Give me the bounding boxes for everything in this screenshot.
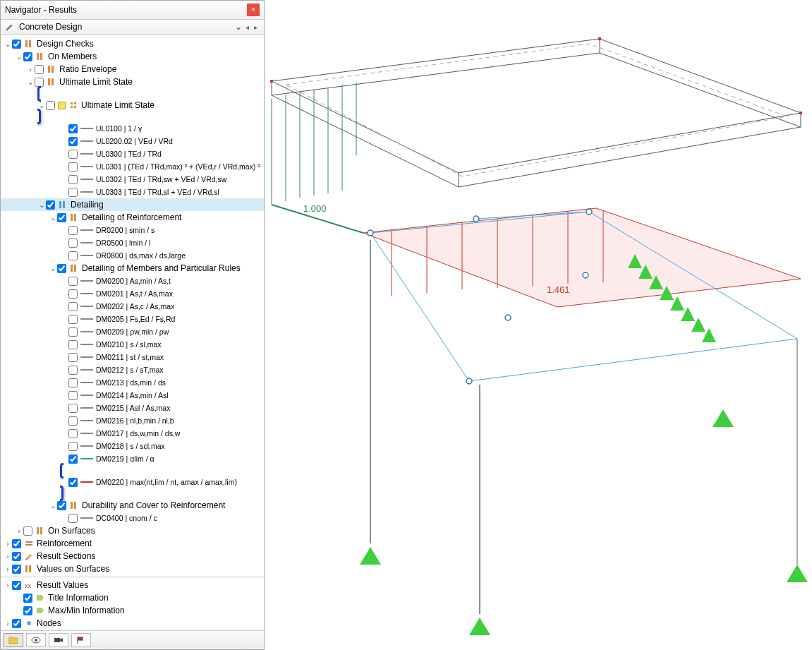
model-viewport[interactable]: 1.000 1.461 [265, 0, 812, 650]
checkbox[interactable] [68, 150, 78, 159]
toggle-icon[interactable]: ⌄ [26, 78, 35, 86]
node-detailing-members[interactable]: ⌄ Detailing of Members and Particular Ru… [1, 262, 264, 275]
window-title: Navigator - Results [5, 5, 77, 15]
toggle-icon[interactable]: › [26, 66, 35, 73]
node-dr0500[interactable]: DR0500 | lmin / l [1, 236, 264, 249]
checkbox[interactable] [68, 124, 78, 133]
checkbox[interactable] [23, 594, 32, 603]
node-on-members[interactable]: ⌄ On Members [1, 50, 264, 63]
code-icon [58, 200, 68, 210]
checkbox[interactable] [23, 52, 32, 61]
checkbox[interactable] [23, 606, 32, 615]
tb-folder-button[interactable] [4, 633, 23, 647]
nav-next[interactable]: ▸ [251, 23, 260, 31]
checkbox[interactable] [12, 565, 21, 574]
node-durability[interactable]: ⌄ Durability and Cover to Reinforcement [1, 499, 264, 512]
checkbox[interactable] [57, 213, 66, 222]
node-dc0400[interactable]: DC0400 | cnom / c [1, 512, 264, 524]
checkbox[interactable] [12, 581, 21, 590]
chevron-down-icon[interactable]: ⌄ [234, 22, 243, 32]
checkbox[interactable] [68, 188, 78, 197]
node-ul0301[interactable]: UL0301 | (TEd / TRd,max) ² + (VEd,r / VR… [1, 160, 264, 173]
svg-rect-3 [40, 53, 42, 60]
node-maxmin-info[interactable]: Max/Min Information [1, 604, 264, 617]
node-dm0209[interactable]: DM0209 | ρw,min / ρw [1, 325, 264, 338]
close-button[interactable]: × [247, 4, 260, 16]
toggle-icon[interactable]: › [15, 527, 23, 535]
node-dm0220[interactable]: DM0220 | max(nt,lim / nt, amax / amax,li… [60, 476, 264, 488]
toggle-icon[interactable]: ⌄ [49, 502, 57, 510]
checkbox[interactable] [12, 552, 21, 561]
tb-flag-button[interactable] [71, 633, 91, 647]
checkbox[interactable] [68, 162, 78, 171]
node-reinforcement[interactable]: › Reinforcement [1, 537, 264, 550]
toggle-icon[interactable]: › [4, 565, 12, 573]
node-dm0202[interactable]: DM0202 | As,c / As,max [1, 300, 264, 313]
toggle-icon[interactable]: ⌄ [4, 40, 12, 48]
node-dm0211[interactable]: DM0211 | st / st,max [1, 351, 264, 363]
label: Nodes [37, 618, 61, 628]
node-ul0300[interactable]: UL0300 | TEd / TRd [1, 148, 264, 160]
node-dm0216[interactable]: DM0216 | nl,b,min / nl,b [1, 414, 264, 427]
node-dm0215[interactable]: DM0215 | Asl / As,max [1, 402, 264, 414]
checkbox[interactable] [57, 501, 66, 510]
node-on-surfaces[interactable]: › On Surfaces [1, 524, 264, 537]
label: Title Information [48, 593, 109, 603]
node-dm0210[interactable]: DM0210 | s / sl,max [1, 338, 264, 351]
node-dr0200[interactable]: DR0200 | smin / s [1, 224, 264, 236]
checkbox[interactable] [12, 539, 21, 548]
node-ul0303[interactable]: UL0303 | TEd / TRd,sl + VEd / VRd,sl [1, 186, 264, 198]
node-result-values[interactable]: › xx Result Values [1, 579, 264, 591]
node-title-info[interactable]: Title Information [1, 591, 264, 604]
toggle-icon[interactable]: › [4, 582, 12, 589]
checkbox[interactable] [12, 619, 21, 628]
svg-text:xx: xx [25, 582, 32, 589]
checkbox[interactable] [23, 526, 32, 536]
toggle-icon[interactable]: › [4, 553, 12, 560]
node-dm0218[interactable]: DM0218 | s / scl,max [1, 440, 264, 452]
toggle-icon[interactable]: ⌄ [49, 214, 57, 222]
node-ul0200[interactable]: UL0200.02 | VEd / VRd [1, 135, 264, 148]
node-dm0205[interactable]: DM0205 | Fs,Ed / Fs,Rd [1, 313, 264, 325]
node-dm0200[interactable]: DM0200 | As,min / As,t [1, 275, 264, 287]
node-design-checks[interactable]: ⌄ Design Checks [1, 37, 264, 50]
node-result-sections[interactable]: › Result Sections [1, 550, 264, 562]
node-dm0217[interactable]: DM0217 | ds,w,min / ds,w [1, 427, 264, 440]
node-nodes[interactable]: › Nodes [1, 617, 264, 630]
svg-marker-72 [360, 547, 381, 565]
node-ratio-envelope[interactable]: › Ratio Envelope [1, 63, 264, 76]
checkbox[interactable] [46, 101, 55, 110]
checkbox[interactable] [35, 65, 44, 74]
label: Ultimate Limit State [59, 77, 133, 87]
node-dm0212[interactable]: DM0212 | s / sT,max [1, 363, 264, 376]
node-uls-2[interactable]: ⌄ Ultimate Limit State [37, 99, 264, 112]
checkbox[interactable] [46, 200, 55, 210]
module-dropdown[interactable]: Concrete Design ⌄ ◂ ▸ [1, 20, 264, 35]
node-dm0201[interactable]: DM0201 | As,t / As,max [1, 287, 264, 300]
node-detailing-reinf[interactable]: ⌄ Detailing of Reinforcement [1, 211, 264, 224]
checkbox[interactable] [68, 175, 78, 184]
node-dm0219[interactable]: DM0219 | αlim / α [1, 452, 264, 465]
toggle-icon[interactable]: › [4, 540, 12, 548]
checkbox[interactable] [57, 264, 66, 273]
toggle-icon[interactable]: ⌄ [37, 201, 46, 209]
checkbox[interactable] [68, 137, 78, 146]
node-dm0213[interactable]: DM0213 | ds,min / ds [1, 376, 264, 389]
node-dm0214[interactable]: DM0214 | As,min / Asl [1, 389, 264, 402]
checkbox[interactable] [12, 40, 21, 49]
checkbox[interactable] [35, 78, 44, 87]
tree-view[interactable]: ⌄ Design Checks ⌄ On Members › Ratio Env… [1, 35, 264, 630]
toggle-icon[interactable]: ⌄ [15, 53, 23, 61]
node-values-surfaces[interactable]: › Values on Surfaces [1, 562, 264, 575]
tb-eye-button[interactable] [26, 633, 46, 647]
nav-prev[interactable]: ◂ [243, 23, 251, 31]
node-dr0800[interactable]: DR0800 | ds,max / ds,large [1, 249, 264, 262]
node-detailing[interactable]: ⌄ Detailing [1, 198, 264, 211]
tb-camera-button[interactable] [49, 633, 68, 647]
toggle-icon[interactable]: ⌄ [49, 265, 57, 272]
node-ul0100[interactable]: UL0100 | 1 / γ [1, 122, 264, 135]
tag-icon [35, 606, 45, 615]
toggle-icon[interactable]: › [4, 620, 12, 627]
node-ul0302[interactable]: UL0302 | TEd / TRd,sw + VEd / VRd,sw [1, 173, 264, 186]
toggle-icon[interactable]: ⌄ [37, 102, 46, 109]
